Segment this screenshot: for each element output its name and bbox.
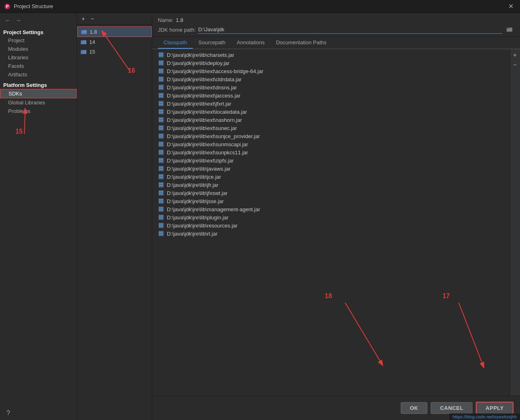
sidebar-item-global-libraries[interactable]: Global Libraries — [0, 98, 77, 107]
file-item[interactable]: D:\java\jdk\jre\lib\ext\localedata.jar — [152, 108, 509, 116]
title-bar-left: P Project Structure — [4, 3, 53, 10]
browse-folder-button[interactable] — [505, 26, 514, 34]
svg-rect-99 — [161, 191, 163, 193]
file-item[interactable]: D:\java\jdk\jre\lib\ext\sunmscapi.jar — [152, 140, 509, 148]
ok-button[interactable]: OK — [401, 402, 428, 414]
sidebar-item-project[interactable]: Project — [0, 36, 77, 45]
svg-rect-89 — [161, 175, 163, 176]
file-item[interactable]: D:\java\jdk\jre\lib\ext\jfxrt.jar — [152, 100, 509, 108]
svg-rect-103 — [159, 199, 161, 201]
jar-icon — [158, 214, 164, 221]
svg-rect-96 — [161, 185, 163, 186]
file-item[interactable]: D:\java\jdk\jre\lib\ext\access-bridge-64… — [152, 67, 509, 75]
svg-rect-56 — [161, 120, 163, 121]
tab-sourcepath[interactable]: Sourcepath — [193, 37, 231, 49]
file-path: D:\java\jdk\jre\lib\jfr.jar — [167, 182, 218, 188]
jar-icon — [158, 76, 164, 82]
sidebar-item-sdks[interactable]: SDKs — [0, 89, 77, 98]
jar-icon — [158, 60, 164, 66]
tab-classpath[interactable]: Classpath — [158, 37, 193, 49]
svg-rect-78 — [159, 158, 161, 160]
sidebar-item-problems[interactable]: Problems — [0, 107, 77, 115]
file-item[interactable]: D:\java\jdk\jre\lib\rt.jar — [152, 229, 509, 238]
file-item[interactable]: D:\java\jdk\jre\lib\jce.jar — [152, 173, 509, 181]
svg-rect-49 — [161, 110, 163, 111]
back-arrow[interactable]: ← — [3, 16, 12, 24]
file-path: D:\java\jdk\jre\lib\ext\sunec.jar — [167, 125, 237, 131]
jar-icon — [158, 157, 164, 164]
sdk-item-14[interactable]: 14 — [77, 37, 152, 47]
jar-icon — [158, 190, 164, 196]
side-toolbar: + − — [509, 49, 520, 396]
sidebar-item-libraries[interactable]: Libraries — [0, 53, 77, 62]
file-item[interactable]: D:\java\jdk\jre\lib\management-agent.jar — [152, 205, 509, 213]
file-item[interactable]: D:\java\jdk\jre\lib\jfxswt.jar — [152, 189, 509, 197]
cancel-button[interactable]: CANCEL — [431, 402, 473, 414]
apply-button[interactable]: APPLY — [476, 402, 514, 414]
file-path: D:\java\jdk\jre\lib\ext\sunmscapi.jar — [167, 141, 248, 147]
right-panel: Name: 1.8 JDK home path: D:\Java\jdk Cla… — [152, 13, 520, 420]
close-button[interactable]: ✕ — [506, 2, 516, 11]
svg-rect-15 — [159, 55, 161, 56]
add-file-button[interactable]: + — [511, 51, 520, 60]
file-path: D:\java\jdk\jre\lib\ext\localedata.jar — [167, 109, 247, 115]
svg-rect-35 — [159, 87, 161, 89]
svg-rect-125 — [159, 234, 161, 235]
svg-rect-90 — [159, 177, 161, 178]
add-sdk-button[interactable]: + — [80, 15, 87, 23]
file-item[interactable]: D:\java\jdk\jre\lib\charsets.jar — [152, 51, 509, 59]
file-item[interactable]: D:\java\jdk\jre\lib\resources.jar — [152, 221, 509, 229]
svg-rect-60 — [159, 128, 161, 130]
folder-icon-14 — [80, 39, 87, 45]
file-path: D:\java\jdk\jre\lib\jfxswt.jar — [167, 190, 228, 196]
forward-arrow[interactable]: → — [14, 16, 23, 24]
file-path: D:\java\jdk\jre\lib\management-agent.jar — [167, 206, 260, 212]
jar-icon — [158, 133, 164, 139]
sidebar-item-modules[interactable]: Modules — [0, 45, 77, 53]
file-item[interactable]: D:\java\jdk\jre\lib\ext\jaccess.jar — [152, 91, 509, 100]
file-item[interactable]: D:\java\jdk\jre\lib\jsse.jar — [152, 197, 509, 205]
jdk-home-value[interactable]: D:\Java\jdk — [198, 26, 502, 34]
sidebar-item-artifacts[interactable]: Artifacts — [0, 70, 77, 79]
file-item[interactable]: D:\java\jdk\jre\lib\ext\nashorn.jar — [152, 116, 509, 124]
svg-rect-110 — [159, 209, 161, 211]
jar-icon — [158, 100, 164, 107]
remove-sdk-button[interactable]: − — [88, 15, 96, 23]
svg-rect-34 — [161, 85, 163, 87]
svg-rect-75 — [159, 152, 161, 154]
file-item[interactable]: D:\java\jdk\jre\lib\jfr.jar — [152, 181, 509, 189]
file-path: D:\java\jdk\jre\lib\resources.jar — [167, 223, 237, 229]
svg-rect-106 — [161, 201, 163, 203]
tab-annotations[interactable]: Annotations — [231, 37, 270, 49]
file-item[interactable]: D:\java\jdk\jre\lib\ext\sunjce_provider.… — [152, 132, 509, 140]
file-item[interactable]: D:\java\jdk\jre\lib\ext\zipfs.jar — [152, 156, 509, 165]
name-label: Name: — [158, 17, 173, 23]
jar-icon — [158, 165, 164, 172]
svg-rect-31 — [161, 79, 163, 81]
svg-rect-70 — [159, 144, 161, 146]
help-button[interactable]: ? — [3, 406, 13, 420]
name-value[interactable]: 1.8 — [176, 17, 183, 23]
sidebar-item-facets[interactable]: Facets — [0, 62, 77, 70]
svg-rect-28 — [159, 77, 161, 79]
window-title: Project Structure — [14, 3, 53, 9]
file-item[interactable]: D:\java\jdk\jre\lib\ext\cldrdata.jar — [152, 75, 509, 83]
sdk-item-1-8[interactable]: 1.8 — [77, 26, 152, 37]
file-item[interactable]: D:\java\jdk\jre\lib\ext\sunec.jar — [152, 124, 509, 132]
file-item[interactable]: D:\java\jdk\jre\lib\plugin.jar — [152, 213, 509, 221]
svg-rect-111 — [161, 209, 163, 211]
file-item[interactable]: D:\java\jdk\jre\lib\ext\sunpkcs11.jar — [152, 148, 509, 156]
jdk-home-label: JDK home path: — [158, 27, 196, 33]
sdk-item-15[interactable]: 15 — [77, 47, 152, 56]
svg-rect-84 — [161, 167, 163, 168]
tabs-row: Classpath Sourcepath Annotations Documen… — [152, 37, 520, 49]
file-item[interactable]: D:\java\jdk\jre\lib\ext\dnsns.jar — [152, 83, 509, 91]
file-item[interactable]: D:\java\jdk\jre\lib\javaws.jar — [152, 165, 509, 173]
file-item[interactable]: D:\java\jdk\jre\lib\deploy.jar — [152, 59, 509, 67]
svg-rect-76 — [161, 152, 163, 154]
remove-file-button[interactable]: − — [511, 61, 520, 69]
file-path: D:\java\jdk\jre\lib\ext\nashorn.jar — [167, 117, 242, 123]
tab-documentation-paths[interactable]: Documentation Paths — [270, 37, 332, 49]
sdk-list-panel: + − 1.8 14 — [77, 13, 152, 420]
svg-rect-73 — [159, 150, 161, 152]
